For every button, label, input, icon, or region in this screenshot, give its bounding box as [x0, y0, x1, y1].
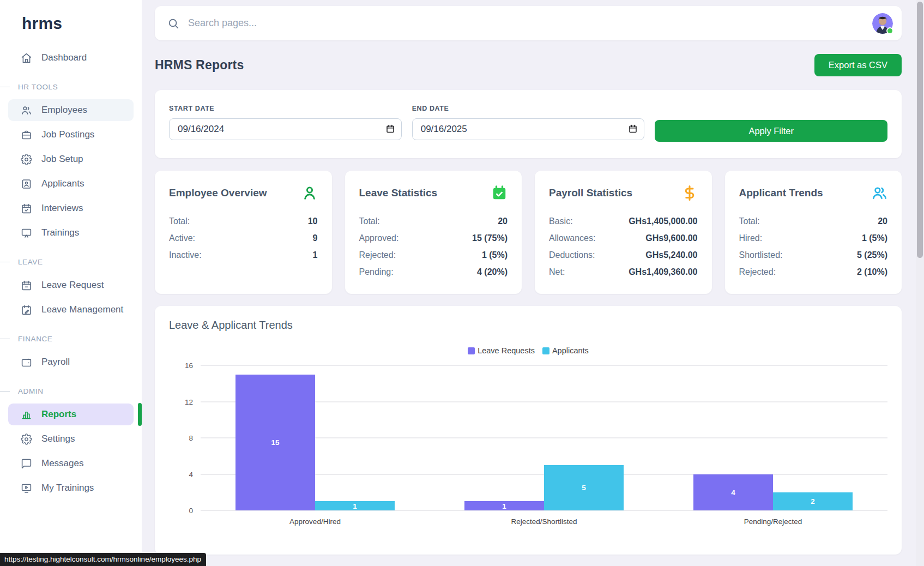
sidebar-item-job-postings[interactable]: Job Postings	[8, 124, 134, 146]
legend-label: Applicants	[552, 346, 589, 355]
stat-label: Approved:	[359, 233, 399, 243]
dollar-icon	[681, 185, 698, 203]
stat-row: Allowances:GHs9,600.00	[549, 233, 698, 243]
bar-value-label: 1	[315, 502, 395, 510]
stat-value: GHs1,405,000.00	[629, 216, 697, 226]
sidebar-item-employees[interactable]: Employees	[8, 99, 134, 121]
stat-value: 10	[308, 216, 318, 226]
gear-icon	[21, 433, 32, 445]
calendar-edit-icon	[21, 304, 32, 316]
sidebar-item-messages[interactable]: Messages	[8, 453, 134, 474]
sidebar-item-label: Trainings	[41, 227, 79, 238]
sidebar-section-label: LEAVE	[0, 256, 142, 268]
stat-value: GHs1,409,360.00	[629, 267, 697, 277]
app-logo: hrms	[0, 0, 142, 33]
calendar-check-icon	[21, 203, 32, 214]
stat-value: 1 (5%)	[862, 233, 887, 243]
scrollbar-track[interactable]	[916, 0, 924, 566]
stat-card-payroll-statistics: Payroll StatisticsBasic:GHs1,405,000.00A…	[535, 171, 712, 294]
stat-row: Basic:GHs1,405,000.00	[549, 216, 698, 226]
calendar-minus-icon	[21, 280, 32, 291]
stat-value: 20	[878, 216, 887, 226]
sidebar-item-label: Payroll	[41, 357, 70, 368]
section-divider	[0, 391, 10, 392]
user-avatar[interactable]	[872, 13, 893, 34]
stat-card-leave-statistics: Leave StatisticsTotal:20Approved:15 (75%…	[345, 171, 522, 294]
start-date-input[interactable]	[169, 118, 402, 140]
sidebar-item-label: Settings	[41, 433, 75, 444]
bar-value-label: 15	[235, 438, 315, 447]
stat-value: 1 (5%)	[482, 250, 508, 260]
sidebar-item-label: Job Setup	[41, 154, 83, 165]
y-tick-label: 12	[185, 398, 193, 406]
bar-value-label: 5	[544, 484, 624, 492]
status-url-bar: https://testing.hightelconsult.com/hrmso…	[0, 553, 206, 566]
section-divider	[0, 262, 10, 262]
stat-label: Basic:	[549, 216, 573, 226]
sidebar-item-dashboard[interactable]: Dashboard	[8, 47, 134, 69]
end-date-label: END DATE	[412, 105, 645, 112]
stat-value: 9	[313, 233, 318, 243]
online-status-dot	[886, 27, 893, 34]
bar-group-3: 42	[659, 365, 887, 510]
sidebar-item-label: Reports	[41, 409, 76, 420]
stat-label: Net:	[549, 267, 565, 277]
sidebar-item-settings[interactable]: Settings	[8, 428, 134, 450]
chart-plot: 1511542	[201, 365, 887, 510]
people-icon	[871, 185, 887, 203]
sidebar-item-payroll[interactable]: Payroll	[8, 351, 134, 373]
stat-card-title: Payroll Statistics	[549, 185, 632, 199]
sidebar-item-job-setup[interactable]: Job Setup	[8, 148, 134, 170]
stat-value: GHs9,600.00	[645, 233, 697, 243]
trends-chart-card: Leave & Applicant Trends Leave RequestsA…	[155, 306, 902, 555]
apply-filter-button[interactable]: Apply Filter	[655, 120, 887, 142]
sidebar-item-reports[interactable]: Reports	[8, 404, 134, 425]
sidebar-item-leave-request[interactable]: Leave Request	[8, 274, 134, 296]
start-date-label: START DATE	[169, 105, 402, 112]
bar-leave-requests: 4	[693, 474, 773, 511]
stat-label: Shortlisted:	[739, 250, 783, 260]
sidebar-item-applicants[interactable]: Applicants	[8, 173, 134, 195]
stat-card-title: Leave Statistics	[359, 185, 438, 199]
stat-row: Total:20	[739, 216, 888, 226]
gear-icon	[21, 154, 32, 165]
sidebar-nav: DashboardHR TOOLSEmployeesJob PostingsJo…	[0, 47, 142, 499]
chart-x-labels: Approved/HiredRejected/ShortlistedPendin…	[201, 517, 887, 526]
stat-label: Active:	[169, 233, 195, 243]
stat-row: Shortlisted:5 (25%)	[739, 250, 888, 260]
home-icon	[21, 52, 32, 64]
id-badge-icon	[21, 178, 32, 190]
legend-label: Leave Requests	[478, 346, 535, 355]
chart-title: Leave & Applicant Trends	[169, 319, 887, 332]
stat-label: Total:	[169, 216, 190, 226]
stat-row: Deductions:GHs5,240.00	[549, 250, 698, 260]
sidebar-item-label: Employees	[41, 105, 87, 116]
end-date-input[interactable]	[412, 118, 645, 140]
sidebar-item-label: Job Postings	[41, 129, 94, 140]
legend-item[interactable]: Applicants	[542, 346, 589, 355]
sidebar-item-my-trainings[interactable]: My Trainings	[8, 477, 134, 499]
legend-swatch	[468, 347, 475, 354]
sidebar-item-label: Dashboard	[41, 52, 87, 63]
stat-value: 20	[498, 216, 508, 226]
sidebar-item-leave-management[interactable]: Leave Management	[8, 299, 134, 321]
search-input[interactable]	[188, 17, 872, 29]
top-search-bar	[155, 6, 902, 40]
bar-value-label: 1	[464, 502, 544, 510]
scrollbar-thumb[interactable]	[917, 2, 923, 258]
legend-item[interactable]: Leave Requests	[468, 346, 535, 355]
sidebar-item-label: Leave Request	[41, 280, 104, 291]
x-category-label: Pending/Rejected	[659, 517, 887, 526]
sidebar-item-trainings[interactable]: Trainings	[8, 222, 134, 244]
chat-icon	[21, 458, 32, 469]
bar-applicants: 1	[315, 501, 395, 510]
stat-value: 1	[313, 250, 318, 260]
bar-leave-requests: 15	[235, 375, 315, 510]
bar-group-1: 151	[201, 365, 430, 510]
bar-chart-icon	[21, 409, 32, 420]
stat-value: 15 (75%)	[472, 233, 508, 243]
bar-applicants: 5	[544, 465, 624, 510]
sidebar-item-interviews[interactable]: Interviews	[8, 197, 134, 219]
stat-row: Rejected:2 (10%)	[739, 267, 888, 277]
export-csv-button[interactable]: Export as CSV	[814, 54, 902, 76]
